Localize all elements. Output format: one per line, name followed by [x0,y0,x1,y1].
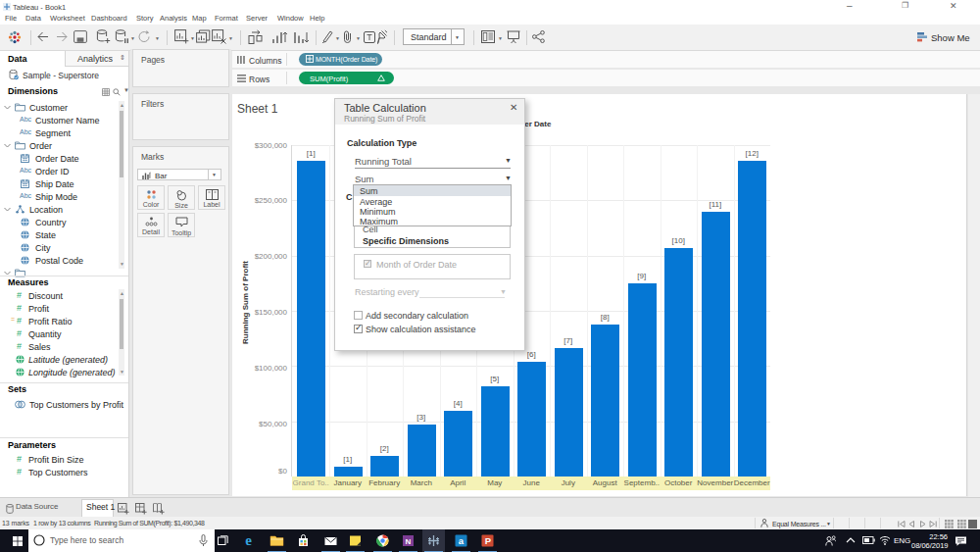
svg-text:e: e [245,533,252,548]
svg-text:a: a [458,535,464,546]
svg-text:N: N [406,537,412,546]
svg-text:P: P [484,535,491,546]
